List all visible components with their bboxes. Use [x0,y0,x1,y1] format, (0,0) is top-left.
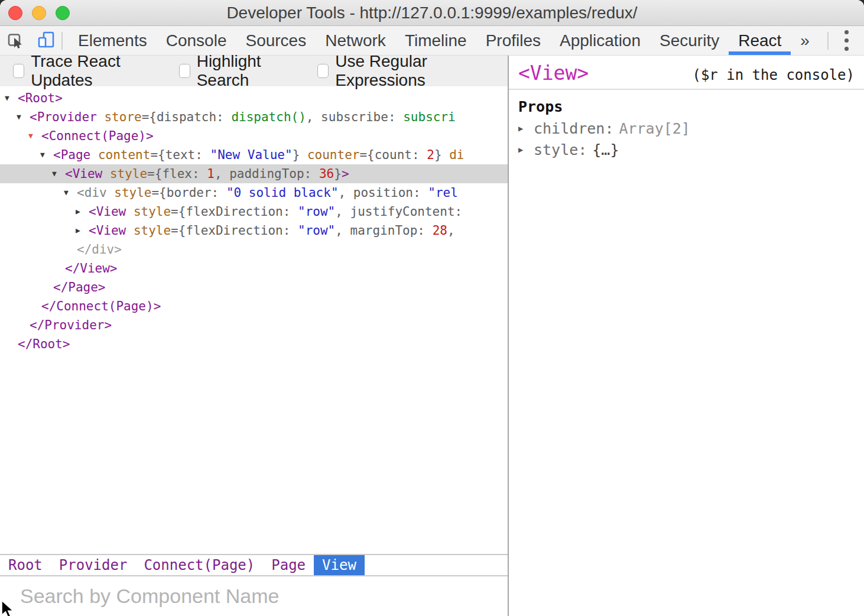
tree-row[interactable]: </View> [0,259,508,278]
tree-row[interactable]: </Root> [0,335,508,354]
tab-react[interactable]: React [729,26,791,55]
tree-row[interactable]: </Provider> [0,316,508,335]
prop-key: children: [534,120,613,137]
tree-row[interactable]: ▼<Provider store={dispatch: dispatch(), … [0,108,508,127]
tree-row[interactable]: ▼<Connect(Page)> [0,127,508,145]
checkbox[interactable] [179,64,190,78]
code-token: </div> [77,240,122,259]
kebab-menu-icon [844,38,849,43]
checkbox[interactable] [13,64,24,78]
search-input[interactable] [0,576,508,616]
code-token: , paddingTop: [215,164,319,183]
code-token: , subscribe: [306,108,403,127]
option-highlight-search[interactable]: Highlight Search [179,52,291,90]
code-token: ={flexDirection: [171,202,298,221]
customize-menu-button[interactable] [829,26,864,55]
tree-row[interactable]: ▼<Root> [0,89,508,108]
code-token: <View [65,164,102,183]
code-token: ={count: [359,145,427,164]
breadcrumb-item-root[interactable]: Root [0,555,51,575]
tab-application[interactable]: Application [550,26,650,55]
expand-arrow[interactable]: ▼ [52,164,65,183]
more-tabs-button[interactable]: » [791,26,819,55]
code-token: "New Value" [210,145,293,164]
code-token: <div [77,183,107,202]
console-hint: ($r in the console) [692,67,855,83]
code-token: } [293,145,307,164]
device-toolbar-icon [37,31,55,51]
code-token: style [134,202,171,221]
code-token: } [434,145,449,164]
options-bar: Trace React UpdatesHighlight SearchUse R… [0,56,508,86]
code-token: , marginTop: [335,221,432,240]
props-title: Props [518,98,855,115]
code-token: </Provider> [30,316,112,335]
breadcrumb-item-provider[interactable]: Provider [51,555,136,575]
checkbox[interactable] [317,64,329,78]
tab-elements[interactable]: Elements [69,26,157,55]
expand-arrow[interactable]: ▼ [28,127,41,145]
tree-row[interactable]: ▼<Page content={text: "New Value"} count… [0,145,508,164]
inspect-element-button[interactable] [0,26,31,55]
prop-row[interactable]: ▶style:{…} [518,139,855,160]
component-tree: ▼<Root>▼<Provider store={dispatch: dispa… [0,86,508,554]
code-token: <Connect(Page)> [41,127,154,145]
expand-arrow[interactable]: ▶ [76,202,89,221]
tree-row[interactable]: ▶<View style={flexDirection: "row", just… [0,202,508,221]
code-token: </View> [65,259,118,278]
breadcrumb-item-connectpage[interactable]: Connect(Page) [135,555,263,575]
code-token [126,221,134,240]
code-token: <View [89,221,126,240]
window-title: Developer Tools - http://127.0.0.1:9999/… [0,4,864,22]
code-token: "rel [428,183,458,202]
tree-row[interactable]: ▶<View style={flexDirection: "row", marg… [0,221,508,240]
code-token: style [110,164,147,183]
breadcrumb-item-view[interactable]: View [314,555,365,575]
code-token: 2 [427,145,434,164]
tree-row[interactable]: </div> [0,240,508,259]
tree-row[interactable]: ▼<div style={border: "0 solid black", po… [0,183,508,202]
code-token: <Provider [30,108,97,127]
tab-network[interactable]: Network [316,26,395,55]
tab-console[interactable]: Console [157,26,236,55]
expand-arrow[interactable]: ▼ [64,183,77,202]
breadcrumb-item-page[interactable]: Page [263,555,314,575]
prop-row[interactable]: ▶children:Array[2] [518,118,855,139]
code-token: , justifyContent: [335,202,462,221]
code-token: "0 solid black" [226,183,339,202]
expand-arrow[interactable]: ▼ [5,89,18,108]
expand-arrow[interactable]: ▶ [518,145,534,154]
code-token: } [334,164,342,183]
expand-arrow[interactable]: ▼ [40,145,53,164]
devtools-window: Developer Tools - http://127.0.0.1:9999/… [0,0,864,616]
expand-arrow[interactable]: ▶ [76,221,89,240]
code-token: ={flexDirection: [171,221,298,240]
code-token: 36 [319,164,334,183]
code-token: </Page> [53,278,106,297]
option-use-regular-expressions[interactable]: Use Regular Expressions [317,52,482,90]
option-trace-react-updates[interactable]: Trace React Updates [13,52,153,90]
tab-timeline[interactable]: Timeline [395,26,476,55]
props-section: Props ▶children:Array[2]▶style:{…} [509,90,864,168]
tree-row[interactable]: </Connect(Page)> [0,297,508,316]
selected-component-tag: <View> [518,56,589,85]
component-tree-pane: Trace React UpdatesHighlight SearchUse R… [0,56,509,616]
checkbox-label: Use Regular Expressions [335,52,482,90]
titlebar: Developer Tools - http://127.0.0.1:9999/… [0,0,864,26]
code-token: <Root> [18,89,63,108]
tree-row[interactable]: ▼<View style={flex: 1, paddingTop: 36}> [0,164,508,183]
tab-security[interactable]: Security [650,26,729,55]
code-token: > [342,164,349,183]
panel-tabs: ElementsConsoleSourcesNetworkTimelinePro… [69,26,819,55]
device-toolbar-button[interactable] [31,26,61,55]
expand-arrow[interactable]: ▼ [17,108,30,127]
tab-sources[interactable]: Sources [236,26,316,55]
toolbar-right [827,26,864,55]
checkbox-label: Trace React Updates [31,52,152,90]
expand-arrow[interactable]: ▶ [518,124,534,133]
code-token: , [447,221,455,240]
code-token: ={text: [150,145,210,164]
tab-profiles[interactable]: Profiles [476,26,550,55]
code-token: ={flex: [147,164,207,183]
tree-row[interactable]: </Page> [0,278,508,297]
